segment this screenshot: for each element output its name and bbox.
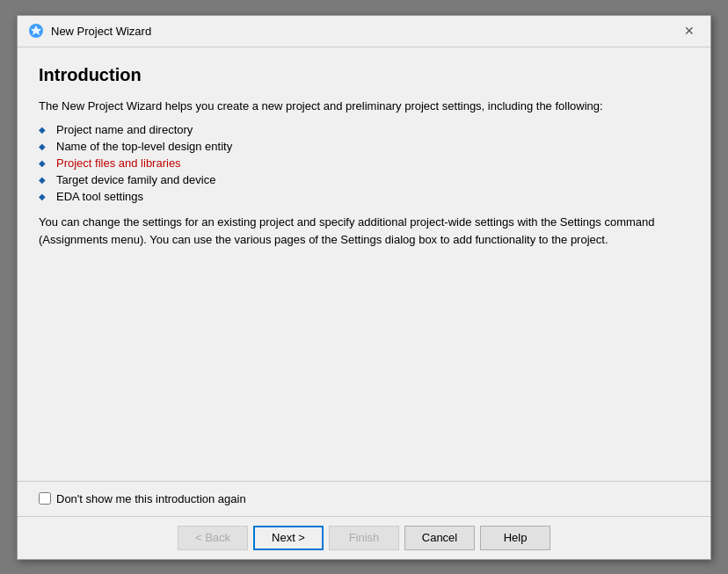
dialog-title: New Project Wizard (51, 25, 151, 38)
bullet-icon: ◆ (39, 125, 46, 134)
checkbox-area: Don't show me this introduction again (18, 481, 710, 516)
button-bar: < Back Next > Finish Cancel Help (18, 516, 710, 559)
list-item-text: Project name and directory (56, 123, 193, 136)
page-heading: Introduction (39, 65, 689, 85)
help-button[interactable]: Help (480, 526, 550, 550)
feature-list: ◆ Project name and directory ◆ Name of t… (39, 123, 689, 203)
list-item-text: EDA tool settings (56, 190, 143, 203)
list-item: ◆ Name of the top-level design entity (39, 140, 689, 153)
finish-button[interactable]: Finish (329, 526, 399, 550)
list-item-text-colored: Project files and libraries (56, 156, 181, 170)
bullet-icon: ◆ (39, 175, 46, 185)
new-project-wizard-dialog: New Project Wizard ✕ Introduction The Ne… (17, 15, 711, 560)
title-bar: New Project Wizard ✕ (18, 16, 710, 47)
list-item: ◆ Target device family and device (39, 173, 689, 186)
bullet-icon: ◆ (39, 192, 46, 201)
bullet-icon: ◆ (39, 142, 46, 151)
back-button[interactable]: < Back (178, 526, 248, 550)
close-button[interactable]: ✕ (679, 20, 700, 41)
dont-show-checkbox[interactable] (39, 492, 51, 505)
list-item: ◆ Project files and libraries (39, 156, 689, 170)
cancel-button[interactable]: Cancel (404, 526, 475, 550)
intro-paragraph: The New Project Wizard helps you create … (39, 98, 689, 115)
dialog-content: Introduction The New Project Wizard help… (18, 47, 710, 481)
dont-show-text: Don't show me this introduction again (56, 492, 246, 505)
list-item: ◆ Project name and directory (39, 123, 689, 136)
title-bar-left: New Project Wizard (28, 23, 151, 39)
list-item-text: Target device family and device (56, 173, 215, 186)
list-item-text: Name of the top-level design entity (56, 140, 232, 153)
next-button[interactable]: Next > (253, 526, 324, 550)
bullet-icon: ◆ (39, 158, 46, 168)
dont-show-label[interactable]: Don't show me this introduction again (39, 492, 246, 505)
wizard-icon (28, 23, 44, 39)
settings-paragraph: You can change the settings for an exist… (39, 214, 689, 248)
list-item: ◆ EDA tool settings (39, 190, 689, 203)
